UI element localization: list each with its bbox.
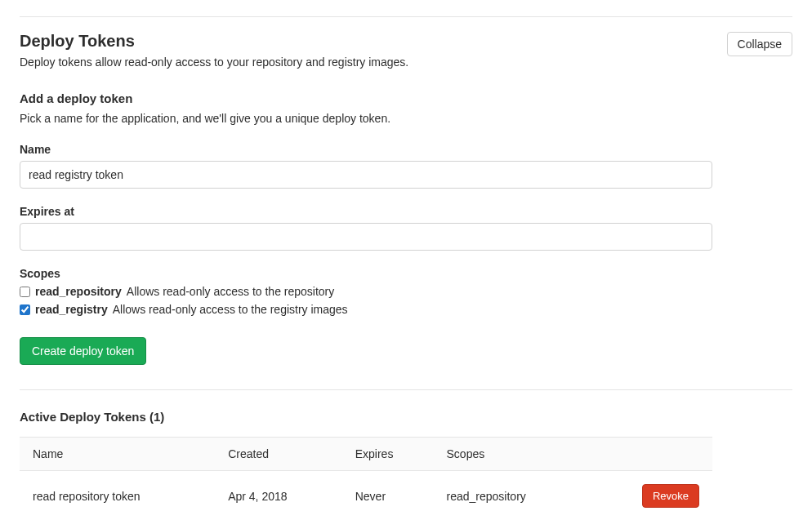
create-deploy-token-button[interactable]: Create deploy token	[20, 337, 146, 365]
col-header-actions	[629, 438, 712, 471]
scope-read-registry-desc: Allows read-only access to the registry …	[113, 303, 348, 316]
active-tokens-heading: Active Deploy Tokens (1)	[20, 410, 792, 424]
active-tokens-table: Name Created Expires Scopes read reposit…	[20, 437, 712, 520]
add-token-description: Pick a name for the application, and we'…	[20, 112, 712, 125]
expires-input[interactable]	[20, 223, 712, 251]
scopes-label: Scopes	[20, 267, 712, 280]
top-divider	[20, 16, 792, 17]
page-title: Deploy Tokens	[20, 32, 408, 51]
add-token-heading: Add a deploy token	[20, 91, 712, 105]
scope-read-repository-desc: Allows read-only access to the repositor…	[127, 285, 334, 298]
scope-read-repository-name: read_repository	[35, 285, 122, 298]
section-divider	[20, 389, 792, 390]
cell-actions: Revoke	[629, 471, 712, 521]
expires-label: Expires at	[20, 205, 712, 218]
cell-scopes: read_repository	[434, 471, 629, 521]
cell-created: Apr 4, 2018	[215, 471, 342, 521]
scope-read-registry-checkbox[interactable]	[20, 304, 30, 315]
scope-read-registry: read_registry Allows read-only access to…	[20, 303, 712, 316]
name-label: Name	[20, 143, 712, 156]
col-header-expires: Expires	[342, 438, 434, 471]
page-subtitle: Deploy tokens allow read-only access to …	[20, 56, 408, 69]
scope-read-repository: read_repository Allows read-only access …	[20, 285, 712, 298]
col-header-scopes: Scopes	[434, 438, 629, 471]
table-row: read repository token Apr 4, 2018 Never …	[20, 471, 712, 521]
table-header-row: Name Created Expires Scopes	[20, 438, 712, 471]
name-input[interactable]	[20, 161, 712, 189]
scope-read-registry-name: read_registry	[35, 303, 108, 316]
cell-name: read repository token	[20, 471, 215, 521]
cell-expires: Never	[342, 471, 434, 521]
scope-read-repository-checkbox[interactable]	[20, 287, 30, 297]
col-header-name: Name	[20, 438, 215, 471]
revoke-button[interactable]: Revoke	[642, 484, 699, 508]
col-header-created: Created	[215, 438, 342, 471]
collapse-button[interactable]: Collapse	[727, 32, 792, 56]
